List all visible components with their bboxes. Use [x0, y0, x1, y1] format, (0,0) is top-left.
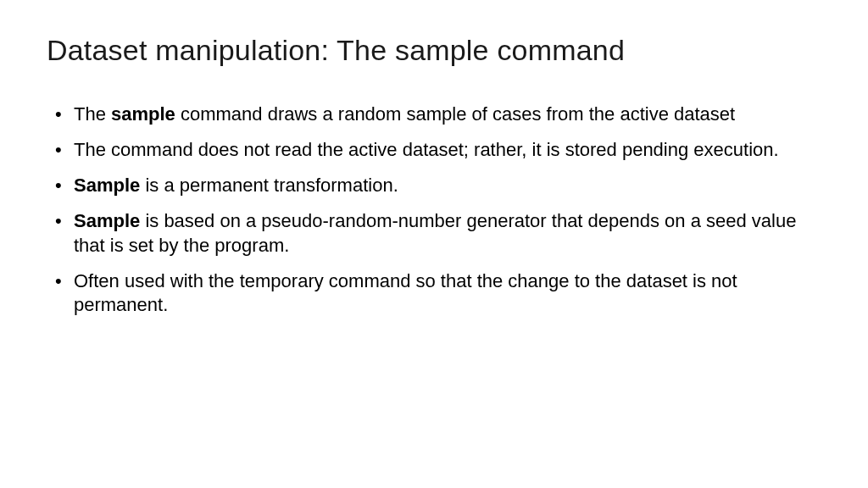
- bullet-text-post: command draws a random sample of cases f…: [175, 103, 735, 125]
- bullet-text-post: is based on a pseudo-random-number gener…: [74, 210, 796, 255]
- bullet-text-post: is a permanent transformation.: [140, 175, 398, 196]
- slide-title: Dataset manipulation: The sample command: [47, 34, 821, 67]
- list-item: The sample command draws a random sample…: [55, 103, 821, 126]
- list-item: Sample is a permanent transformation.: [55, 174, 821, 197]
- bullet-text-bold: Sample: [74, 175, 140, 196]
- bullet-list: The sample command draws a random sample…: [47, 103, 821, 317]
- list-item: Often used with the temporary command so…: [55, 269, 821, 317]
- list-item: Sample is based on a pseudo-random-numbe…: [55, 209, 821, 257]
- list-item: The command does not read the active dat…: [55, 138, 821, 162]
- bullet-text-bold: sample: [111, 103, 175, 125]
- bullet-text-bold: Sample: [74, 210, 140, 231]
- bullet-text-pre: The command does not read the active dat…: [74, 139, 779, 160]
- bullet-text-pre: The: [74, 103, 111, 125]
- bullet-text-pre: Often used with the temporary command so…: [74, 270, 737, 315]
